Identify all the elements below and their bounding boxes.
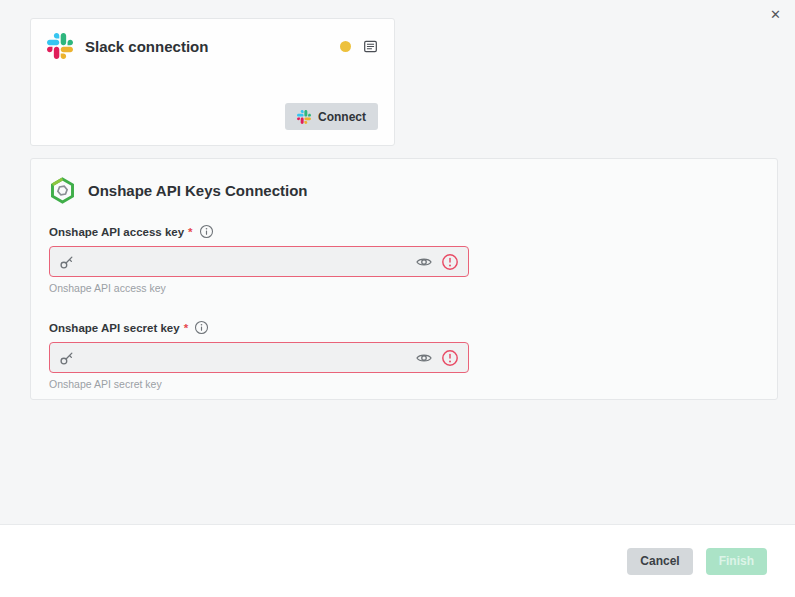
secret-key-input[interactable]: [84, 351, 407, 365]
access-key-helper-text: Onshape API access key: [49, 282, 759, 294]
secret-key-required-mark: *: [184, 322, 188, 334]
onshape-logo-icon: [49, 177, 76, 204]
slack-logo-small-icon: [297, 110, 311, 124]
secret-key-input-wrap: [49, 342, 469, 373]
access-key-field-group: Onshape API access key *: [49, 224, 759, 294]
eye-icon[interactable]: [415, 349, 433, 367]
info-icon[interactable]: [199, 224, 214, 239]
secret-key-field-group: Onshape API secret key *: [49, 320, 759, 390]
onshape-card-title: Onshape API Keys Connection: [88, 182, 759, 199]
dialog-footer: Cancel Finish: [0, 524, 795, 597]
slack-card-title: Slack connection: [85, 38, 328, 55]
info-icon[interactable]: [194, 320, 209, 335]
cancel-button[interactable]: Cancel: [627, 548, 692, 575]
connect-button-label: Connect: [318, 110, 366, 124]
status-dot-icon: [340, 41, 351, 52]
onshape-card-header: Onshape API Keys Connection: [49, 177, 759, 204]
details-icon[interactable]: [363, 39, 378, 54]
access-key-input[interactable]: [84, 255, 407, 269]
eye-icon[interactable]: [415, 253, 433, 271]
slack-card-header: Slack connection: [31, 19, 394, 59]
key-icon: [59, 349, 76, 366]
key-icon: [59, 253, 76, 270]
secret-key-helper-text: Onshape API secret key: [49, 378, 759, 390]
close-icon[interactable]: ✕: [770, 8, 781, 21]
slack-connection-card: Slack connection Connect: [30, 18, 395, 146]
onshape-api-keys-card: Onshape API Keys Connection Onshape API …: [30, 158, 778, 400]
access-key-required-mark: *: [188, 226, 192, 238]
secret-key-label: Onshape API secret key: [49, 322, 180, 334]
access-key-input-wrap: [49, 246, 469, 277]
finish-button[interactable]: Finish: [706, 548, 767, 575]
slack-logo-icon: [47, 33, 73, 59]
error-icon: [441, 349, 459, 367]
connect-button[interactable]: Connect: [285, 103, 378, 130]
error-icon: [441, 253, 459, 271]
access-key-label: Onshape API access key: [49, 226, 184, 238]
